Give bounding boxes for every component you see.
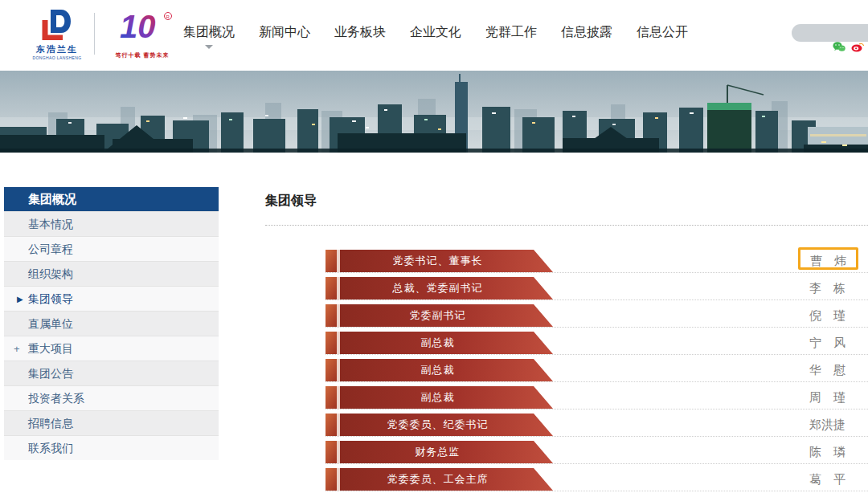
sidebar-item[interactable]: ▶ 集团领导 bbox=[4, 286, 219, 311]
ribbon-accent-block bbox=[326, 304, 337, 327]
leader-title-ribbon: 党委委员、工会主席 bbox=[326, 468, 553, 491]
svg-text:R: R bbox=[166, 14, 170, 19]
nav-item-label: 信息公开 bbox=[637, 25, 688, 39]
logo[interactable]: 东浩兰生 DONGHAO LANSHENG 10 R 笃行十载 蓄势未来 bbox=[31, 8, 179, 60]
ribbon-accent-block bbox=[326, 441, 337, 463]
nav-item[interactable]: 党群工作 bbox=[485, 24, 537, 55]
row-divider bbox=[326, 272, 868, 273]
sidebar-item[interactable]: 公司章程 bbox=[4, 236, 219, 261]
leader-title-ribbon: 总裁、党委副书记 bbox=[326, 277, 553, 299]
nav-item-label: 集团概况 bbox=[183, 25, 235, 39]
row-divider bbox=[326, 409, 868, 409]
sidebar-item-label: 集团领导 bbox=[28, 292, 73, 305]
sidebar: 集团概况 基本情况 公司章程 组织架构 ▶ 集团领导 直属单位 + 重大项目 集… bbox=[4, 187, 219, 460]
sidebar-menu: 基本情况 公司章程 组织架构 ▶ 集团领导 直属单位 + 重大项目 集团公告 投… bbox=[4, 211, 219, 460]
leader-row[interactable]: 副总裁 华 慰 bbox=[265, 359, 868, 386]
leader-name[interactable]: 葛 平 bbox=[809, 468, 845, 491]
leader-title: 副总裁 bbox=[340, 332, 553, 354]
leader-name[interactable]: 李 栋 bbox=[809, 277, 845, 299]
active-arrow-icon: ▶ bbox=[17, 287, 23, 312]
sidebar-item[interactable]: 基本情况 bbox=[4, 211, 219, 236]
nav-item-label: 企业文化 bbox=[410, 25, 461, 39]
ribbon-gap bbox=[337, 304, 340, 327]
leaders-list: 党委书记、董事长 曹 炜 总裁、党委副书记 李 栋 党委副书记 倪 瑾 副总裁 … bbox=[265, 250, 868, 493]
leader-row[interactable]: 财务总监 陈 璘 bbox=[265, 441, 868, 468]
leader-row[interactable]: 副总裁 宁 风 bbox=[265, 332, 868, 359]
nav-item[interactable]: 企业文化 bbox=[410, 24, 461, 55]
sidebar-item[interactable]: 集团公告 bbox=[4, 361, 219, 385]
row-divider bbox=[326, 381, 868, 382]
leader-name[interactable]: 曹 炜 bbox=[798, 247, 858, 270]
leader-name[interactable]: 陈 璘 bbox=[809, 441, 845, 463]
main-content: 集团领导 党委书记、董事长 曹 炜 总裁、党委副书记 李 栋 党委副书记 倪 瑾 bbox=[265, 193, 868, 493]
ribbon-gap bbox=[337, 277, 340, 299]
ribbon-accent-block bbox=[326, 332, 337, 354]
leader-row[interactable]: 副总裁 周 瑾 bbox=[265, 386, 868, 414]
sidebar-item[interactable]: 投资者关系 bbox=[4, 385, 219, 410]
sidebar-item[interactable]: 联系我们 bbox=[4, 435, 219, 460]
leader-title: 副总裁 bbox=[340, 359, 553, 381]
leader-title: 副总裁 bbox=[340, 386, 553, 409]
sidebar-item[interactable]: + 重大项目 bbox=[4, 336, 219, 361]
leader-name[interactable]: 宁 风 bbox=[809, 332, 845, 354]
anniversary-10-icon: 10 R bbox=[108, 8, 176, 48]
ribbon-accent-block bbox=[326, 359, 337, 381]
sidebar-item[interactable]: 组织架构 bbox=[4, 261, 219, 286]
sidebar-item-label: 重大项目 bbox=[28, 342, 73, 355]
brand-logo: 东浩兰生 DONGHAO LANSHENG bbox=[31, 8, 84, 60]
search-input[interactable] bbox=[792, 24, 868, 42]
leader-title-ribbon: 党委委员、纪委书记 bbox=[326, 414, 553, 436]
leader-title-ribbon: 党委书记、董事长 bbox=[326, 250, 553, 272]
leader-row[interactable]: 党委书记、董事长 曹 炜 bbox=[265, 250, 868, 277]
ribbon-accent-block bbox=[326, 250, 337, 272]
row-divider bbox=[326, 354, 868, 355]
ribbon-gap bbox=[337, 441, 340, 463]
ribbon-gap bbox=[337, 468, 340, 491]
sidebar-item-label: 公司章程 bbox=[28, 242, 73, 255]
sidebar-item-label: 投资者关系 bbox=[28, 392, 84, 405]
leader-row[interactable]: 党委副书记 倪 瑾 bbox=[265, 304, 868, 332]
page: { "header": { "logo": { "brand": "东浩兰生",… bbox=[0, 0, 868, 493]
sidebar-header[interactable]: 集团概况 bbox=[4, 187, 219, 211]
row-divider bbox=[326, 491, 868, 491]
ribbon-gap bbox=[337, 414, 340, 436]
weibo-icon[interactable] bbox=[851, 42, 864, 52]
ribbon-accent-block bbox=[326, 468, 337, 491]
svg-text:10: 10 bbox=[120, 9, 156, 44]
leader-row[interactable]: 党委委员、纪委书记 郑洪捷 bbox=[265, 414, 868, 441]
row-divider bbox=[326, 327, 868, 328]
leader-title: 财务总监 bbox=[340, 441, 553, 463]
d-logo-icon bbox=[39, 8, 76, 40]
nav-item[interactable]: 新闻中心 bbox=[259, 24, 310, 55]
nav-item-label: 业务板块 bbox=[334, 25, 386, 39]
row-divider bbox=[326, 299, 868, 300]
nav-item[interactable]: 信息披露 bbox=[561, 24, 612, 55]
leader-name[interactable]: 郑洪捷 bbox=[809, 414, 845, 436]
leader-name[interactable]: 周 瑾 bbox=[809, 386, 845, 409]
anniversary-logo: 10 R 笃行十载 蓄势未来 bbox=[105, 8, 179, 59]
ribbon-gap bbox=[337, 359, 340, 381]
title-divider bbox=[265, 225, 868, 226]
logo-divider bbox=[94, 13, 95, 55]
nav-item-label: 党群工作 bbox=[485, 25, 537, 39]
sidebar-item[interactable]: 招聘信息 bbox=[4, 410, 219, 435]
wechat-icon[interactable] bbox=[833, 42, 845, 52]
nav-item[interactable]: 业务板块 bbox=[334, 24, 386, 55]
ribbon-accent-block bbox=[326, 386, 337, 409]
main-nav: 集团概况 新闻中心 业务板块 企业文化 党群工作 信息披露 信息公开 bbox=[183, 24, 688, 55]
leader-name[interactable]: 华 慰 bbox=[809, 359, 845, 381]
brand-name: 东浩兰生 bbox=[31, 43, 84, 55]
ribbon-accent-block bbox=[326, 277, 337, 299]
sidebar-item-label: 集团公告 bbox=[28, 367, 73, 380]
sidebar-item-label: 组织架构 bbox=[28, 267, 73, 280]
sidebar-item[interactable]: 直属单位 bbox=[4, 311, 219, 336]
nav-item[interactable]: 信息公开 bbox=[637, 24, 688, 55]
brand-name-en: DONGHAO LANSHENG bbox=[31, 55, 84, 60]
leader-row[interactable]: 总裁、党委副书记 李 栋 bbox=[265, 277, 868, 304]
leader-title-ribbon: 副总裁 bbox=[326, 332, 553, 354]
nav-item[interactable]: 集团概况 bbox=[183, 24, 235, 55]
row-divider bbox=[326, 436, 868, 437]
leader-row[interactable]: 党委委员、工会主席 葛 平 bbox=[265, 468, 868, 493]
page-title: 集团领导 bbox=[265, 193, 868, 210]
leader-name[interactable]: 倪 瑾 bbox=[809, 304, 845, 327]
